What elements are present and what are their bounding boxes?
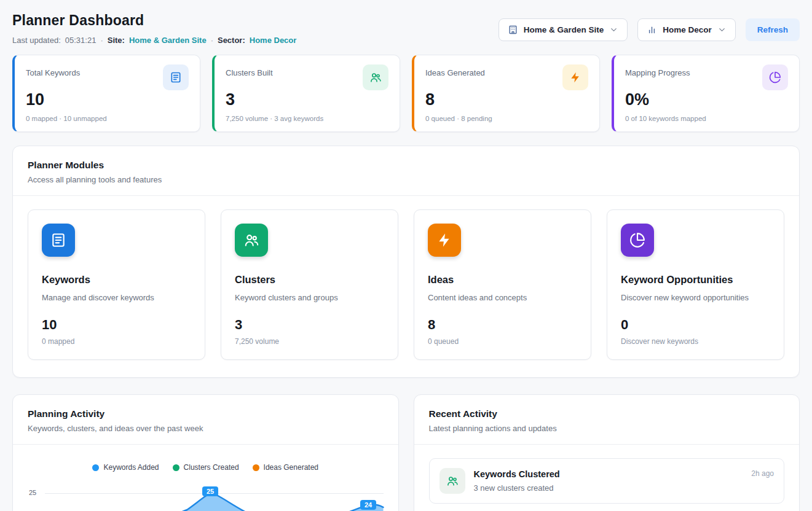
- sector-label: Sector:: [218, 36, 245, 45]
- legend-item-keywords-added: Keywords Added: [92, 463, 159, 472]
- planning-activity-panel: Planning Activity Keywords, clusters, an…: [12, 394, 399, 511]
- module-value: 10: [42, 317, 191, 333]
- pie-chart-icon: [762, 64, 788, 90]
- stat-detail: 0 mapped · 10 unmapped: [26, 115, 189, 122]
- page-meta: Last updated: 05:31:21 · Site: Home & Ga…: [12, 36, 296, 45]
- module-detail: 7,250 volume: [235, 337, 384, 346]
- activity-item-content: Keywords Clustered 3 new clusters create…: [474, 468, 743, 494]
- module-detail: 0 queued: [428, 337, 577, 346]
- planner-modules-panel: Planner Modules Access all planning tool…: [12, 146, 800, 378]
- module-card-keyword-opportunities[interactable]: Keyword Opportunities Discover new keywo…: [607, 209, 784, 360]
- legend-dot-icon: [173, 464, 179, 471]
- activity-item-title: Keywords Clustered: [474, 469, 743, 479]
- y-axis-tick: 25: [29, 489, 36, 496]
- module-value: 3: [235, 317, 384, 333]
- module-description: Keyword clusters and groups: [235, 293, 384, 302]
- module-description: Manage and discover keywords: [42, 293, 191, 302]
- recent-activity-subtitle: Latest planning actions and updates: [429, 424, 785, 433]
- stat-card-clusters-built: Clusters Built 3 7,250 volume · 3 avg ke…: [212, 55, 400, 132]
- sector-selector-value: Home Decor: [663, 25, 712, 34]
- module-detail: Discover new keywords: [621, 337, 770, 346]
- legend-label: Keywords Added: [103, 463, 159, 472]
- module-title: Keywords: [42, 274, 191, 286]
- stat-value: 0%: [625, 90, 788, 109]
- stat-detail: 0 of 10 keywords mapped: [625, 115, 788, 122]
- topbar-controls: Home & Garden Site Home Decor Refresh: [499, 18, 800, 41]
- module-card-clusters[interactable]: Clusters Keyword clusters and groups 3 7…: [221, 209, 398, 360]
- activity-item-timestamp: 2h ago: [751, 469, 774, 494]
- legend-label: Clusters Created: [184, 463, 239, 472]
- stat-cards-row: Total Keywords 10 0 mapped · 10 unmapped…: [12, 55, 800, 132]
- legend-label: Ideas Generated: [264, 463, 318, 472]
- data-point-label: 24: [360, 500, 376, 510]
- activity-item-description: 3 new clusters created: [474, 483, 743, 493]
- modules-subtitle: Access all planning tools and features: [28, 175, 784, 184]
- stat-label: Clusters Built: [226, 68, 273, 77]
- stat-card-mapping-progress: Mapping Progress 0% 0 of 10 keywords map…: [612, 55, 800, 132]
- chevron-down-icon: [717, 25, 727, 34]
- recent-activity-title: Recent Activity: [429, 408, 785, 419]
- planning-activity-title: Planning Activity: [28, 408, 384, 419]
- module-description: Discover new keyword opportunities: [621, 293, 770, 302]
- chevron-down-icon: [609, 25, 618, 34]
- bar-chart-icon: [647, 25, 657, 35]
- topbar-left: Planner Dashboard Last updated: 05:31:21…: [12, 12, 296, 45]
- site-link[interactable]: Home & Garden Site: [129, 36, 207, 45]
- document-icon: [163, 64, 189, 90]
- topbar: Planner Dashboard Last updated: 05:31:21…: [0, 0, 812, 45]
- sector-selector-dropdown[interactable]: Home Decor: [637, 18, 736, 41]
- legend-item-clusters-created: Clusters Created: [173, 463, 239, 472]
- meta-separator: ·: [100, 36, 103, 45]
- activity-list-item[interactable]: Keywords Clustered 3 new clusters create…: [429, 458, 785, 504]
- page-title: Planner Dashboard: [12, 12, 296, 29]
- module-title: Clusters: [235, 274, 384, 286]
- module-card-keywords[interactable]: Keywords Manage and discover keywords 10…: [28, 209, 205, 360]
- lightning-icon: [562, 64, 588, 90]
- lightning-icon: [428, 224, 461, 257]
- chart-legend: Keywords Added Clusters Created Ideas Ge…: [28, 463, 384, 472]
- pie-chart-icon: [621, 224, 654, 257]
- activity-chart: 25 25 24: [28, 482, 384, 511]
- users-icon: [440, 468, 465, 494]
- legend-dot-icon: [92, 464, 99, 471]
- stat-card-ideas-generated: Ideas Generated 8 0 queued · 8 pending: [412, 55, 600, 132]
- site-selector-dropdown[interactable]: Home & Garden Site: [499, 18, 628, 41]
- module-description: Content ideas and concepts: [428, 293, 577, 302]
- document-icon: [42, 224, 75, 257]
- stat-value: 3: [226, 90, 388, 109]
- module-title: Keyword Opportunities: [621, 274, 770, 286]
- site-selector-value: Home & Garden Site: [524, 25, 604, 34]
- last-updated-value: 05:31:21: [65, 36, 97, 45]
- last-updated-label: Last updated:: [12, 36, 61, 45]
- sector-link[interactable]: Home Decor: [250, 36, 297, 45]
- stat-label: Mapping Progress: [625, 68, 690, 77]
- legend-dot-icon: [253, 464, 259, 471]
- stat-detail: 0 queued · 8 pending: [425, 115, 588, 122]
- refresh-button[interactable]: Refresh: [746, 18, 800, 41]
- planner-dashboard-page: Planner Dashboard Last updated: 05:31:21…: [0, 0, 812, 511]
- module-value: 0: [621, 317, 770, 333]
- users-icon: [363, 64, 388, 90]
- building-icon: [508, 25, 518, 35]
- stat-value: 10: [26, 90, 189, 109]
- modules-grid: Keywords Manage and discover keywords 10…: [13, 196, 799, 377]
- modules-title: Planner Modules: [28, 160, 784, 171]
- planning-activity-subtitle: Keywords, clusters, and ideas over the p…: [28, 424, 384, 433]
- module-detail: 0 mapped: [42, 337, 191, 346]
- stat-label: Total Keywords: [26, 68, 80, 77]
- site-label: Site:: [108, 36, 125, 45]
- data-point-label: 25: [202, 486, 218, 496]
- module-title: Ideas: [428, 274, 577, 286]
- stat-detail: 7,250 volume · 3 avg keywords: [226, 115, 388, 122]
- meta-separator: ·: [211, 36, 213, 45]
- module-value: 8: [428, 317, 577, 333]
- module-card-ideas[interactable]: Ideas Content ideas and concepts 8 0 que…: [414, 209, 591, 360]
- recent-activity-panel: Recent Activity Latest planning actions …: [414, 394, 800, 511]
- stat-card-total-keywords: Total Keywords 10 0 mapped · 10 unmapped: [12, 55, 200, 132]
- users-icon: [235, 224, 268, 257]
- bottom-row: Planning Activity Keywords, clusters, an…: [12, 394, 800, 511]
- stat-value: 8: [425, 90, 588, 109]
- legend-item-ideas-generated: Ideas Generated: [253, 463, 318, 472]
- stat-label: Ideas Generated: [425, 68, 485, 77]
